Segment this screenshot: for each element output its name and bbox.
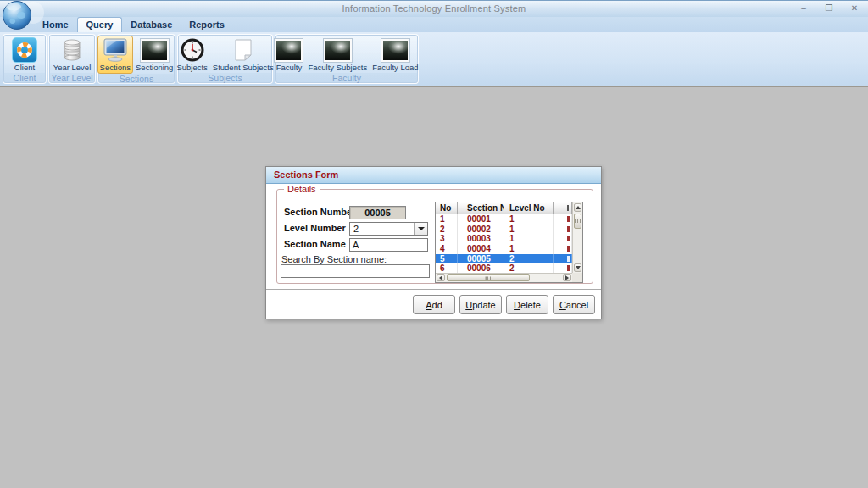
picture-icon	[141, 39, 169, 62]
grid-header: No Section No Level No	[436, 202, 572, 214]
column-header-clipped[interactable]	[554, 202, 572, 214]
globe-icon	[2, 0, 33, 31]
grid-row-5-selected[interactable]: 5 00005 2	[436, 254, 572, 264]
title-bar[interactable]: Information Technology Enrollment System…	[0, 0, 868, 17]
ribbon-button-sections[interactable]: Sections	[97, 36, 133, 74]
group-caption-sections: Sections	[98, 74, 175, 84]
window-controls: – ❐ ✕	[797, 3, 861, 14]
ribbon-button-client[interactable]: Client	[9, 36, 40, 73]
column-header-level-no[interactable]: Level No	[504, 202, 554, 214]
scroll-right-button[interactable]	[563, 274, 571, 281]
grid-row-2[interactable]: 2 00002 1	[436, 225, 572, 235]
ribbon: Client Client	[0, 32, 868, 87]
dialog-title-bar[interactable]: Sections Form	[266, 167, 601, 184]
vertical-scroll-thumb[interactable]	[574, 214, 581, 229]
section-name-label: Section Name	[284, 239, 346, 249]
details-groupbox: Details Section Number 00005 Level Numbe…	[276, 189, 593, 284]
group-caption-client: Client	[3, 73, 46, 83]
minimize-icon[interactable]: –	[797, 3, 810, 14]
clipped-cell-fragment	[567, 246, 570, 252]
section-name-field[interactable]: A	[349, 238, 428, 252]
ribbon-button-student-subjects[interactable]: Student Subjects	[210, 36, 276, 73]
group-caption-year-level: Year Level	[49, 73, 95, 83]
ribbon-button-faculty[interactable]: Faculty	[272, 36, 305, 73]
chevron-down-icon	[418, 227, 425, 230]
grid-row-3[interactable]: 3 00003 1	[436, 234, 572, 244]
level-number-combobox[interactable]: 2	[349, 222, 428, 236]
ribbon-tab-row: Home Query Database Reports	[0, 17, 868, 32]
grid-row-1[interactable]: 1 00001 1	[436, 214, 572, 225]
ribbon-group-subjects: Subjects Student Subjects Subjects	[177, 34, 273, 84]
details-label: Details	[284, 184, 320, 194]
ribbon-group-client: Client Client	[3, 34, 47, 84]
scrollbar-corner	[572, 273, 582, 282]
combo-dropdown-button[interactable]	[414, 223, 427, 235]
column-header-section-no[interactable]: Section No	[458, 202, 504, 214]
ribbon-button-subjects[interactable]: Subjects	[174, 36, 209, 73]
database-stack-icon	[61, 38, 83, 62]
triangle-right-icon	[565, 275, 569, 280]
close-icon[interactable]: ✕	[848, 3, 861, 14]
search-label: Search By Section name:	[281, 254, 387, 264]
triangle-down-icon	[576, 266, 581, 269]
clipped-header-fragment	[567, 205, 569, 211]
page-icon	[232, 38, 254, 62]
clock-icon	[181, 38, 204, 62]
triangle-left-icon	[439, 275, 442, 280]
dialog-title: Sections Form	[266, 167, 601, 183]
sections-grid: No Section No Level No 1 00001 1	[435, 202, 583, 283]
section-number-field: 00005	[349, 206, 406, 219]
scroll-down-button[interactable]	[574, 263, 581, 272]
tab-reports[interactable]: Reports	[181, 17, 233, 32]
picture-icon	[324, 39, 352, 62]
grid-row-6[interactable]: 6 00006 2	[436, 263, 572, 273]
sections-form-dialog: Sections Form Details Section Number 000…	[265, 166, 602, 319]
cancel-button[interactable]: Cancel	[553, 295, 595, 314]
scroll-up-button[interactable]	[574, 203, 581, 212]
ribbon-button-year-level[interactable]: Year Level	[51, 36, 94, 73]
update-button[interactable]: Update	[459, 295, 502, 314]
group-caption-subjects: Subjects	[178, 73, 272, 83]
window-title: Information Technology Enrollment System	[0, 3, 868, 14]
restore-icon[interactable]: ❐	[822, 3, 836, 14]
grid-row-4[interactable]: 4 00004 1	[436, 244, 572, 254]
horizontal-scrollbar[interactable]	[436, 273, 572, 282]
monitor-icon	[103, 38, 128, 62]
clipped-cell-fragment	[567, 236, 570, 241]
section-number-label: Section Number	[284, 207, 355, 217]
add-button[interactable]: Add	[413, 295, 455, 314]
ribbon-button-sectioning[interactable]: Sectioning	[133, 36, 175, 74]
column-header-no[interactable]: No	[436, 202, 458, 214]
life-buoy-icon	[12, 37, 37, 63]
app-menu-orb[interactable]	[2, 0, 33, 31]
triangle-up-icon	[576, 206, 581, 209]
tab-database[interactable]: Database	[122, 17, 181, 32]
clipped-cell-fragment	[567, 226, 570, 232]
horizontal-scroll-thumb[interactable]	[447, 274, 530, 281]
tab-query[interactable]: Query	[77, 17, 123, 32]
clipped-cell-fragment	[567, 216, 570, 222]
ribbon-button-faculty-load[interactable]: Faculty Load	[370, 36, 420, 73]
ribbon-group-faculty: Faculty Faculty Subjects Faculty Load Fa…	[275, 34, 419, 84]
grid-rows: 1 00001 1 2 00002 1 3	[436, 214, 572, 273]
picture-icon	[381, 39, 409, 62]
clipped-cell-fragment	[567, 256, 570, 262]
vertical-scrollbar[interactable]	[572, 202, 582, 273]
ribbon-group-sections: Sections Sectioning Sections	[97, 34, 175, 84]
thumb-grip	[486, 276, 492, 280]
scroll-left-button[interactable]	[437, 274, 445, 281]
delete-button[interactable]: Delete	[506, 295, 548, 314]
ribbon-group-year-level: Year Level Year Level	[48, 34, 96, 84]
workspace-background: Sections Form Details Section Number 000…	[0, 87, 868, 488]
application-window: Information Technology Enrollment System…	[0, 0, 868, 488]
level-number-label: Level Number	[284, 223, 346, 233]
picture-icon	[275, 39, 303, 62]
button-separator	[266, 289, 601, 290]
clipped-cell-fragment	[567, 265, 570, 271]
search-input[interactable]	[281, 264, 430, 278]
ribbon-button-faculty-subjects[interactable]: Faculty Subjects	[305, 36, 370, 73]
thumb-grip	[575, 219, 581, 223]
group-caption-faculty: Faculty	[275, 73, 418, 83]
